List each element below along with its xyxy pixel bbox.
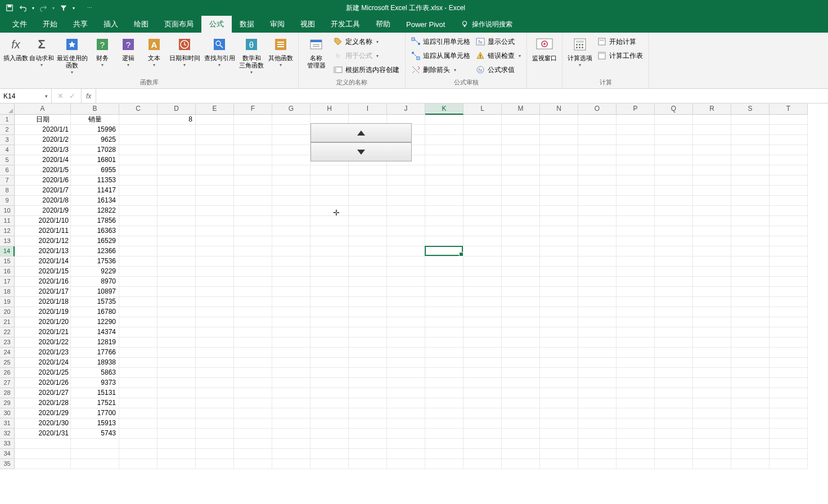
row-header[interactable]: 10 xyxy=(0,206,15,216)
cell[interactable] xyxy=(578,378,616,388)
cell[interactable] xyxy=(272,388,310,398)
cell[interactable] xyxy=(272,246,310,256)
cell[interactable] xyxy=(234,408,272,418)
cell[interactable] xyxy=(770,307,808,317)
cell[interactable] xyxy=(119,449,158,459)
cell[interactable] xyxy=(387,368,425,378)
cell[interactable] xyxy=(464,176,502,186)
row-header[interactable]: 21 xyxy=(0,317,15,327)
cell[interactable] xyxy=(349,297,387,307)
cell[interactable]: 2020/1/9 xyxy=(15,206,71,216)
cell[interactable]: 2020/1/16 xyxy=(15,277,71,287)
cell[interactable] xyxy=(578,155,616,165)
cell[interactable] xyxy=(540,317,578,327)
cell[interactable]: 2020/1/27 xyxy=(15,388,71,398)
cell[interactable] xyxy=(158,368,196,378)
cell[interactable] xyxy=(770,216,808,226)
cell[interactable] xyxy=(349,176,387,186)
text-button[interactable]: A 文本▾ xyxy=(142,34,166,68)
cell[interactable] xyxy=(310,246,349,256)
cell[interactable]: 14374 xyxy=(71,327,119,338)
cell[interactable] xyxy=(158,307,196,317)
calculation-options-button[interactable]: 计算选项▾ xyxy=(566,34,594,68)
redo-dropdown[interactable]: ▾ xyxy=(51,2,56,14)
cell[interactable] xyxy=(464,327,502,338)
row-header[interactable]: 7 xyxy=(0,176,15,186)
column-header[interactable]: P xyxy=(616,104,655,115)
cell[interactable]: 2020/1/18 xyxy=(15,297,71,307)
cell[interactable] xyxy=(693,348,731,358)
cell[interactable] xyxy=(158,398,196,408)
cell[interactable] xyxy=(616,398,655,408)
cell[interactable] xyxy=(196,176,234,186)
cell[interactable] xyxy=(196,327,234,338)
cell[interactable] xyxy=(310,307,349,317)
cell[interactable] xyxy=(693,267,731,277)
date-time-button[interactable]: 日期和时间▾ xyxy=(168,34,201,68)
cell[interactable] xyxy=(655,267,693,277)
cell[interactable] xyxy=(616,408,655,418)
cell[interactable] xyxy=(693,307,731,317)
cell[interactable] xyxy=(234,378,272,388)
cell[interactable] xyxy=(502,267,540,277)
cell[interactable] xyxy=(502,388,540,398)
cell[interactable] xyxy=(616,327,655,338)
cell[interactable]: 12822 xyxy=(71,206,119,216)
cell[interactable]: 15131 xyxy=(71,388,119,398)
cell[interactable] xyxy=(616,176,655,186)
cell[interactable] xyxy=(616,378,655,388)
row-header[interactable]: 19 xyxy=(0,297,15,307)
cell[interactable] xyxy=(655,327,693,338)
cell[interactable] xyxy=(119,338,158,348)
cell[interactable] xyxy=(119,297,158,307)
name-box[interactable]: ▾ xyxy=(0,89,52,103)
cell[interactable] xyxy=(502,459,540,469)
row-header[interactable]: 30 xyxy=(0,408,15,418)
cell[interactable] xyxy=(655,196,693,206)
cell[interactable]: 2020/1/4 xyxy=(15,155,71,165)
cell[interactable] xyxy=(158,348,196,358)
cell[interactable] xyxy=(119,226,158,236)
cell[interactable] xyxy=(502,256,540,267)
cell[interactable] xyxy=(616,459,655,469)
cell[interactable] xyxy=(693,378,731,388)
cell[interactable] xyxy=(693,125,731,135)
cell[interactable] xyxy=(655,398,693,408)
cell[interactable] xyxy=(234,348,272,358)
cell[interactable] xyxy=(425,429,464,439)
name-manager-button[interactable]: 名称 管理器 xyxy=(302,34,330,69)
cell[interactable]: 2020/1/3 xyxy=(15,145,71,155)
cell[interactable] xyxy=(234,418,272,429)
cell[interactable] xyxy=(770,135,808,145)
cell[interactable] xyxy=(387,358,425,368)
cell[interactable] xyxy=(158,256,196,267)
cell[interactable] xyxy=(272,408,310,418)
cell[interactable] xyxy=(578,246,616,256)
cell[interactable] xyxy=(158,327,196,338)
cell[interactable] xyxy=(616,358,655,368)
cell[interactable] xyxy=(616,348,655,358)
cell[interactable] xyxy=(158,287,196,297)
cell[interactable] xyxy=(464,307,502,317)
cell[interactable]: 2020/1/10 xyxy=(15,216,71,226)
cell[interactable] xyxy=(540,165,578,176)
tab-视图[interactable]: 视图 xyxy=(292,16,323,33)
cell[interactable] xyxy=(425,115,464,125)
error-checking-button[interactable]: !错误检查▾ xyxy=(474,50,523,62)
cell[interactable] xyxy=(387,176,425,186)
cell[interactable] xyxy=(196,287,234,297)
cell[interactable] xyxy=(655,135,693,145)
cell[interactable] xyxy=(387,246,425,256)
cell[interactable] xyxy=(770,449,808,459)
cell[interactable] xyxy=(425,226,464,236)
cell[interactable] xyxy=(349,216,387,226)
cell[interactable]: 2020/1/31 xyxy=(15,429,71,439)
cell[interactable] xyxy=(502,449,540,459)
cell[interactable] xyxy=(310,267,349,277)
cell[interactable] xyxy=(540,125,578,135)
cell[interactable] xyxy=(234,256,272,267)
cell[interactable] xyxy=(310,277,349,287)
cell[interactable] xyxy=(464,216,502,226)
cell[interactable] xyxy=(387,196,425,206)
cell[interactable] xyxy=(693,449,731,459)
